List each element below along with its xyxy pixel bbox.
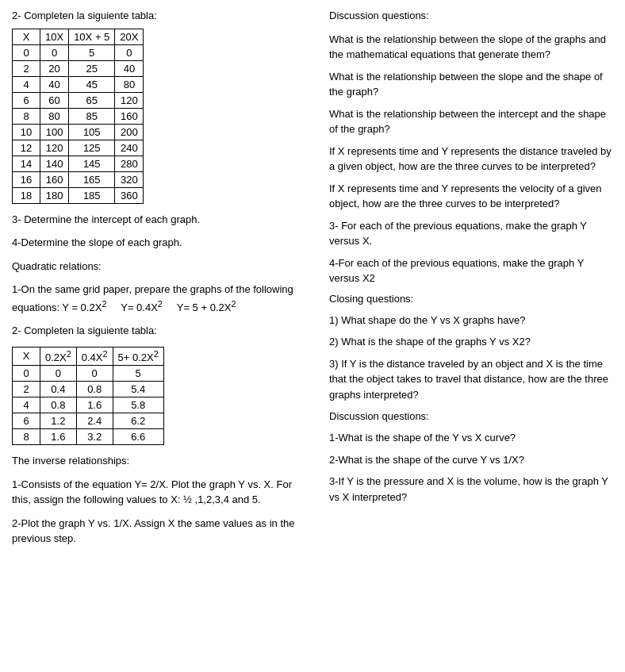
discussion1-q1: What is the relationship between the slo… — [329, 32, 613, 63]
discussion2-item1: 3- For each of the previous equations, m… — [329, 218, 613, 249]
quad-para: 1-On the same grid paper, prepare the gr… — [12, 282, 313, 315]
quadratic-title: Quadratic relations: — [12, 259, 313, 275]
discussion1-q5: If X represents time and Y represents th… — [329, 181, 613, 212]
closing-q1: 1) What shape do the Y vs X graphs have? — [329, 313, 613, 328]
discussion2-item2: 4-For each of the previous equations, ma… — [329, 255, 613, 286]
left-column: 2- Completen la siguiente tabla: X10X10X… — [12, 8, 313, 555]
discussion1-q4: If X represents time and Y represents th… — [329, 144, 613, 175]
inverse-para2: 2-Plot the graph Y vs. 1/X. Assign X the… — [12, 516, 313, 547]
discussion3-title: Discussion questions: — [329, 410, 613, 422]
discussion3-q2: 2-What is the shape of the curve Y vs 1/… — [329, 452, 613, 468]
closing-q3: 3) If Y is the distance traveled by an o… — [329, 356, 613, 403]
quad-section2: 2- Completen la siguiente tabla: — [12, 323, 313, 339]
section3-text: 3- Determine the intercept of each graph… — [12, 212, 313, 228]
section2-title: 2- Completen la siguiente tabla: — [12, 8, 313, 24]
discussion1-title: Discussion questions: — [329, 8, 613, 24]
section4-text: 4-Determine the slope of each graph. — [12, 235, 313, 251]
inverse-para1: 1-Consists of the equation Y= 2/X. Plot … — [12, 477, 313, 508]
discussion1-q3: What is the relationship between the int… — [329, 106, 613, 137]
discussion1-q2: What is the relationship between the slo… — [329, 69, 613, 100]
table1: X10X10X + 520X 0050220254044045806606512… — [12, 29, 144, 204]
right-column: Discussion questions: What is the relati… — [321, 8, 613, 555]
closing-title: Closing questions: — [329, 293, 613, 305]
discussion3-q3: 3-If Y is the pressure and X is the volu… — [329, 474, 613, 505]
discussion3-q1: 1-What is the shape of the Y vs X curve? — [329, 430, 613, 446]
inverse-title: The inverse relationships: — [12, 453, 313, 469]
closing-q2: 2) What is the shape of the graphs Y vs … — [329, 334, 613, 350]
table2: X0.2X20.4X25+ 0.2X2 000520.40.85.440.81.… — [12, 347, 164, 445]
